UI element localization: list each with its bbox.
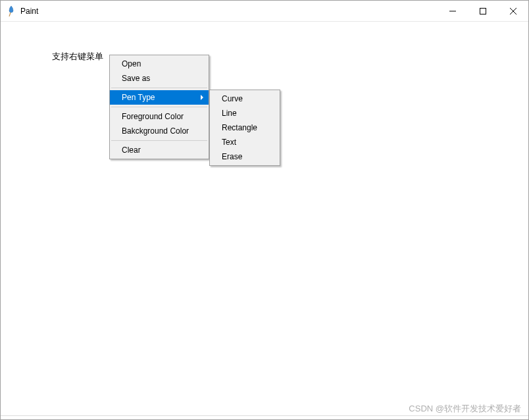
submenu-arrow-icon [201,95,203,100]
context-menu: Open Save as Pen Type Foreground Color B… [109,55,209,159]
menu-item-open[interactable]: Open [110,57,209,71]
canvas-label: 支持右键菜单 [52,51,103,63]
bottom-border [1,415,528,419]
menu-item-pen-type[interactable]: Pen Type [110,90,209,105]
menu-item-label: Foreground Color [122,112,184,121]
menu-item-label: Erase [222,152,242,161]
window-title: Paint [20,7,438,16]
menu-item-label: Line [222,109,237,118]
minimize-button[interactable] [438,1,468,22]
menu-item-label: Save as [122,74,150,83]
menu-separator [111,107,207,107]
menu-item-label: Curve [222,94,243,103]
menu-item-foreground-color[interactable]: Foreground Color [110,109,209,124]
menu-item-save-as[interactable]: Save as [110,71,209,86]
maximize-button[interactable] [468,1,498,22]
window-controls [438,1,528,21]
submenu-item-curve[interactable]: Curve [210,92,280,106]
menu-item-label: Pen Type [122,93,155,102]
menu-item-background-color[interactable]: Bakckground Color [110,124,209,138]
watermark: CSDN @软件开发技术爱好者 [409,403,521,415]
submenu-item-erase[interactable]: Erase [210,149,280,164]
submenu-item-line[interactable]: Line [210,106,280,120]
canvas-area[interactable]: 支持右键菜单 Open Save as Pen Type Foreground … [1,22,528,419]
menu-separator [111,88,207,88]
menu-item-label: Open [122,59,141,68]
menu-item-label: Clear [122,145,141,155]
menu-item-clear[interactable]: Clear [110,143,209,157]
svg-rect-1 [480,9,486,14]
menu-item-label: Bakckground Color [122,126,189,136]
app-icon [6,6,16,16]
close-button[interactable] [498,1,528,22]
menu-separator [111,140,207,141]
menu-item-label: Text [222,138,236,147]
submenu-item-text[interactable]: Text [210,135,280,149]
titlebar[interactable]: Paint [1,1,528,22]
app-window: Paint 支持右键菜单 Open Save as [0,0,529,420]
pen-type-submenu: Curve Line Rectangle Text Erase [209,90,280,166]
menu-item-label: Rectangle [222,123,257,132]
submenu-item-rectangle[interactable]: Rectangle [210,120,280,135]
